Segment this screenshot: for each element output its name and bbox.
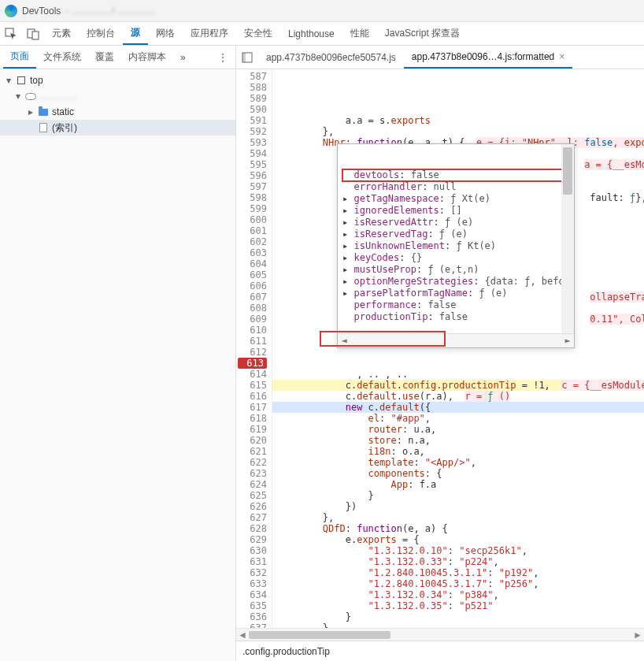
popup-vscrollbar[interactable] xyxy=(561,144,574,333)
code-line[interactable]: el: "#app", xyxy=(272,413,644,424)
tab-application[interactable]: 应用程序 xyxy=(183,22,236,45)
tree-domain-label: ………… xyxy=(39,91,77,102)
svg-rect-2 xyxy=(32,32,39,39)
search-input-value: .config.productionTip xyxy=(242,646,330,657)
toggle-navigator-button[interactable] xyxy=(236,46,258,69)
sidebar-menu-button[interactable]: ⋮ xyxy=(213,52,232,63)
popup-row[interactable]: errorHandler: null xyxy=(342,181,574,193)
editor-area: app.4737b8e0096ecfe50574.js app.4737b8e0… xyxy=(236,46,644,661)
code-line[interactable]: }) xyxy=(272,501,644,512)
popup-row[interactable]: performance: false xyxy=(342,299,574,311)
sidebar-tab-overrides[interactable]: 覆盖 xyxy=(88,46,121,69)
code-line[interactable]: router: u.a, xyxy=(272,424,644,435)
popup-row[interactable]: devtools: false xyxy=(342,169,574,181)
tree-top-label: top xyxy=(30,75,43,86)
tree-domain[interactable]: ▾ ………… xyxy=(0,88,235,104)
popup-row[interactable]: productionTip: false xyxy=(342,311,574,323)
tree-static-folder[interactable]: ▸ static xyxy=(0,104,235,120)
code-line[interactable]: }, xyxy=(272,622,644,628)
code-line[interactable]: c.default.config.productionTip = !1, c =… xyxy=(272,380,644,391)
tree-top[interactable]: ▾ top xyxy=(0,72,235,88)
frame-icon xyxy=(16,75,27,86)
chevron-down-icon: ▾ xyxy=(14,91,22,102)
editor-tab-strip: app.4737b8e0096ecfe50574.js app.4737b8e0… xyxy=(236,46,644,69)
tab-performance[interactable]: 性能 xyxy=(342,22,377,45)
code-line[interactable]: "1.2.840.10045.3.1.7": "p256", xyxy=(272,578,644,589)
popup-row[interactable]: ▸ mustUseProp: ƒ (e,t,n) xyxy=(342,264,574,276)
search-input-bar[interactable]: .config.productionTip xyxy=(236,641,644,661)
sidebar-tab-page[interactable]: 页面 xyxy=(3,46,36,69)
code-line[interactable]: a.a = s.exports xyxy=(272,115,644,126)
code-line[interactable]: }, xyxy=(272,126,644,137)
popup-hscrollbar[interactable]: ◄ ► xyxy=(338,333,574,347)
code-line[interactable] xyxy=(272,358,644,369)
inspect-button[interactable] xyxy=(0,22,22,45)
popup-row[interactable]: ▸ isReservedTag: ƒ (e) xyxy=(342,228,574,240)
code-line[interactable]: i18n: o.a, xyxy=(272,446,644,457)
tree-static-label: static xyxy=(52,106,74,117)
tab-sources[interactable]: 源 xyxy=(123,22,148,45)
main-tab-strip: 元素 控制台 源 网络 应用程序 安全性 Lighthouse 性能 JavaS… xyxy=(0,22,644,46)
cloud-icon xyxy=(25,91,36,102)
code-line[interactable]: "1.2.840.10045.3.1.1": "p192", xyxy=(272,567,644,578)
popup-row[interactable]: ▸ isUnknownElement: ƒ Kt(e) xyxy=(342,240,574,252)
popup-row[interactable]: ▸ keyCodes: {} xyxy=(342,252,574,264)
popup-row[interactable]: ▸ isReservedAttr: ƒ (e) xyxy=(342,217,574,228)
editor-hscrollbar[interactable]: ◄ ► xyxy=(236,628,644,641)
chevron-down-icon: ▾ xyxy=(5,75,13,86)
close-icon[interactable]: × xyxy=(559,51,564,62)
code-line[interactable]: "1.3.132.0.10": "secp256k1", xyxy=(272,545,644,556)
tab-console[interactable]: 控制台 xyxy=(79,22,123,45)
sidebar-tab-filesystem[interactable]: 文件系统 xyxy=(36,46,88,69)
editor-tab-0[interactable]: app.4737b8e0096ecfe50574.js xyxy=(258,46,404,69)
code-line[interactable]: e.exports = { xyxy=(272,534,644,545)
editor-tab-1[interactable]: app.4737b8e0096…4.js:formatted × xyxy=(404,46,572,69)
popup-row[interactable]: ▸ parsePlatformTagName: ƒ (e) xyxy=(342,288,574,299)
arrow-right-icon[interactable]: ► xyxy=(631,629,644,641)
tree-index-label: (索引) xyxy=(52,121,77,135)
sidebar-tab-more[interactable]: » xyxy=(173,46,193,69)
file-icon xyxy=(38,122,49,133)
device-toggle-button[interactable] xyxy=(22,22,44,45)
file-tree[interactable]: ▾ top ▾ ………… ▸ static (索引) xyxy=(0,69,235,661)
code-line[interactable]: App: f.a xyxy=(272,479,644,490)
code-line[interactable]: , .. , .. xyxy=(272,369,644,380)
popup-row[interactable]: ▸ getTagNamespace: ƒ Xt(e) xyxy=(342,193,574,205)
line-gutter: 5875885895905915925935945955965975985996… xyxy=(236,69,272,628)
tab-security[interactable]: 安全性 xyxy=(236,22,280,45)
code-line[interactable]: store: n.a, xyxy=(272,435,644,446)
svg-rect-4 xyxy=(242,53,246,62)
code-line[interactable]: } xyxy=(272,611,644,622)
code-line[interactable]: }, xyxy=(272,512,644,523)
code-line[interactable]: QDfD: function(e, a) { xyxy=(272,523,644,534)
tab-js-profiler[interactable]: JavaScript 探查器 xyxy=(377,22,468,45)
arrow-right-icon[interactable]: ► xyxy=(561,335,574,347)
code-line[interactable]: components: { xyxy=(272,468,644,479)
title-app: DevTools xyxy=(22,6,61,17)
code-viewport[interactable]: 5875885895905915925935945955965975985996… xyxy=(236,69,644,628)
code-content[interactable]: a.a = s.exports }, NHnr: function(e, a, … xyxy=(272,69,644,628)
sidebar-tab-strip: 页面 文件系统 覆盖 内容脚本 » ⋮ xyxy=(0,46,235,69)
code-line[interactable]: "1.3.132.0.35": "p521" xyxy=(272,600,644,611)
edge-icon xyxy=(5,5,17,17)
tree-index-file[interactable]: (索引) xyxy=(0,120,235,136)
code-line[interactable]: new c.default({ xyxy=(272,402,644,413)
tab-network[interactable]: 网络 xyxy=(148,22,183,45)
popup-row[interactable]: ▸ ignoredElements: [] xyxy=(342,205,574,217)
tab-lighthouse[interactable]: Lighthouse xyxy=(280,22,342,45)
tab-elements[interactable]: 元素 xyxy=(44,22,79,45)
object-preview-popup[interactable]: devtools: false errorHandler: null▸ getT… xyxy=(337,143,575,348)
arrow-left-icon[interactable]: ◄ xyxy=(236,629,249,641)
code-line[interactable]: template: "<App/>", xyxy=(272,457,644,468)
popup-row[interactable]: ▸ optionMergeStrategies: {data: ƒ, befor… xyxy=(342,276,574,288)
code-line[interactable] xyxy=(272,347,644,358)
code-line[interactable]: c.default.use(r.a), r = ƒ () xyxy=(272,391,644,402)
code-line[interactable]: } xyxy=(272,490,644,501)
code-line[interactable]: "1.3.132.0.34": "p384", xyxy=(272,589,644,600)
sidebar-tab-contentscripts[interactable]: 内容脚本 xyxy=(121,46,173,69)
editor-tab-0-label: app.4737b8e0096ecfe50574.js xyxy=(266,52,396,63)
arrow-left-icon[interactable]: ◄ xyxy=(338,335,350,347)
window-titlebar: DevTools - ………… / ………… xyxy=(0,0,644,22)
sources-sidebar: 页面 文件系统 覆盖 内容脚本 » ⋮ ▾ top ▾ ………… ▸ stati… xyxy=(0,46,236,661)
code-line[interactable]: "1.3.132.0.33": "p224", xyxy=(272,556,644,567)
